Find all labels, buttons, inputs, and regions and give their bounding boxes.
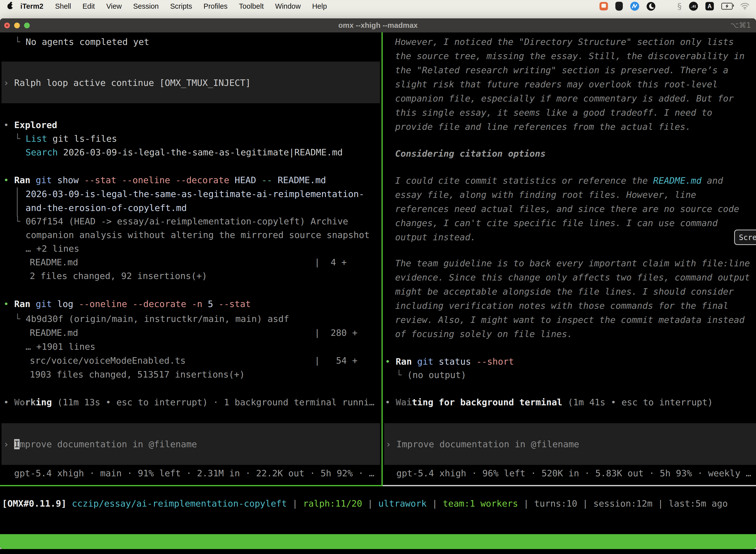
- tmux-status-bar: [omx-cczip0:bash* "MacBook-Pro-44.local"…: [0, 534, 756, 549]
- crescent-icon[interactable]: [647, 2, 655, 11]
- menu-item-view[interactable]: View: [101, 2, 127, 10]
- menu-item-toolbelt[interactable]: Toolbelt: [233, 2, 269, 10]
- menu-items: ShellEditViewSessionScriptsProfilesToolb…: [49, 2, 333, 10]
- menu-item-window[interactable]: Window: [269, 2, 306, 10]
- menu-bar: iTerm2 ShellEditViewSessionScriptsProfil…: [0, 0, 756, 12]
- menu-bar-left: iTerm2 ShellEditViewSessionScriptsProfil…: [0, 2, 333, 10]
- menu-item-iterm2[interactable]: iTerm2: [19, 2, 49, 10]
- iterm-window: omx --xhigh --madmax ⌥⌘1 [omx-cczip0:bas…: [0, 18, 756, 549]
- terminal-area[interactable]: [0, 33, 756, 549]
- menu-item-profiles[interactable]: Profiles: [198, 2, 233, 10]
- battery-percent-badge-icon[interactable]: ..61: [689, 2, 698, 11]
- menu-bar-status-area: § ..61 A: [600, 2, 756, 11]
- chat-app-icon[interactable]: [600, 2, 608, 10]
- zigzag-glyph: [630, 2, 639, 11]
- screen: iTerm2 ShellEditViewSessionScriptsProfil…: [0, 0, 756, 554]
- window-title: omx --xhigh --madmax: [0, 18, 756, 32]
- battery-icon[interactable]: [721, 3, 733, 10]
- shield-grid-icon[interactable]: [615, 2, 623, 11]
- squiggle-icon[interactable]: §: [677, 2, 682, 10]
- window-shortcut-badge: ⌥⌘1: [730, 18, 751, 32]
- wifi-icon[interactable]: [740, 2, 750, 10]
- input-source-icon[interactable]: A: [705, 2, 714, 10]
- menu-item-edit[interactable]: Edit: [77, 2, 101, 10]
- menu-item-session[interactable]: Session: [127, 2, 165, 10]
- bottom-strip: [0, 549, 756, 554]
- dots-grid-icon[interactable]: [663, 3, 670, 10]
- menu-item-shell[interactable]: Shell: [49, 2, 77, 10]
- lightning-bolt-glyph: [725, 4, 729, 8]
- menu-item-scripts[interactable]: Scripts: [165, 2, 198, 10]
- window-title-bar[interactable]: omx --xhigh --madmax ⌥⌘1: [0, 18, 756, 33]
- menu-item-help[interactable]: Help: [306, 2, 333, 10]
- apple-menu-icon[interactable]: [7, 3, 13, 9]
- screen-overlay-button[interactable]: Scre: [734, 230, 756, 245]
- blue-badge-icon[interactable]: [630, 2, 639, 11]
